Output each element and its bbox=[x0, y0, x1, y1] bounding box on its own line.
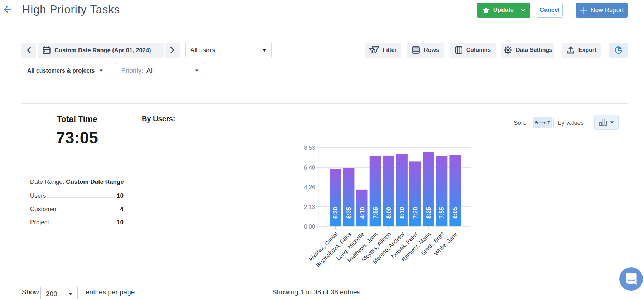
svg-text:4:26: 4:26 bbox=[304, 184, 315, 190]
svg-text:8:05: 8:05 bbox=[452, 207, 458, 219]
svg-text:8:10: 8:10 bbox=[399, 207, 405, 219]
svg-text:7:55: 7:55 bbox=[439, 207, 445, 219]
svg-text:7:20: 7:20 bbox=[412, 207, 418, 219]
svg-text:4:10: 4:10 bbox=[359, 207, 365, 219]
svg-text:8:53: 8:53 bbox=[304, 145, 315, 151]
svg-text:6:40: 6:40 bbox=[304, 165, 315, 171]
svg-text:0:00: 0:00 bbox=[304, 224, 315, 230]
svg-text:7:55: 7:55 bbox=[373, 207, 379, 219]
svg-text:6:30: 6:30 bbox=[332, 207, 338, 219]
svg-text:8:25: 8:25 bbox=[426, 207, 432, 219]
svg-text:6:35: 6:35 bbox=[346, 207, 352, 219]
svg-text:2:13: 2:13 bbox=[304, 204, 315, 210]
svg-text:8:00: 8:00 bbox=[386, 207, 392, 219]
